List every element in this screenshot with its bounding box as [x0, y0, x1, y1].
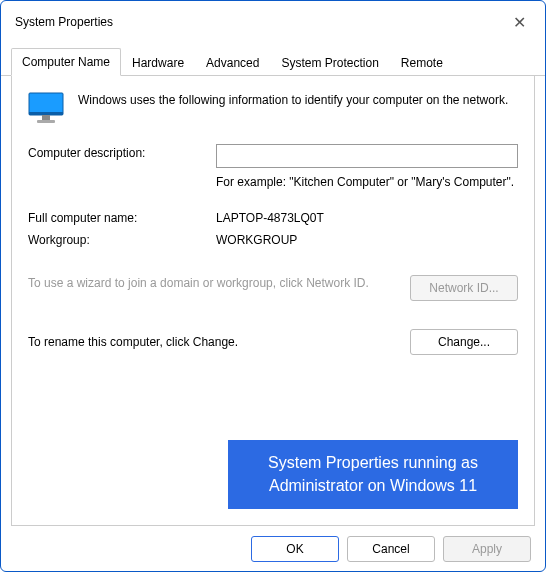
- tabpanel-computer-name: Windows uses the following information t…: [11, 76, 535, 526]
- ok-button[interactable]: OK: [251, 536, 339, 562]
- example-row: For example: "Kitchen Computer" or "Mary…: [28, 174, 518, 191]
- tab-system-protection[interactable]: System Protection: [270, 49, 389, 76]
- change-row: To rename this computer, click Change. C…: [28, 329, 518, 355]
- field-row-full-name: Full computer name: LAPTOP-4873LQ0T: [28, 209, 518, 225]
- network-id-button: Network ID...: [410, 275, 518, 301]
- intro-text: Windows uses the following information t…: [78, 92, 508, 109]
- svg-rect-3: [37, 120, 55, 123]
- monitor-icon: [28, 92, 64, 124]
- tab-remote[interactable]: Remote: [390, 49, 454, 76]
- tab-computer-name[interactable]: Computer Name: [11, 48, 121, 76]
- field-row-description: Computer description:: [28, 144, 518, 168]
- caption-overlay: System Properties running as Administrat…: [228, 440, 518, 509]
- intro-row: Windows uses the following information t…: [28, 92, 518, 124]
- svg-rect-0: [29, 93, 63, 115]
- window-title: System Properties: [15, 15, 113, 29]
- full-name-value: LAPTOP-4873LQ0T: [216, 209, 518, 225]
- example-text: For example: "Kitchen Computer" or "Mary…: [216, 174, 514, 191]
- tabstrip: Computer Name Hardware Advanced System P…: [1, 47, 545, 76]
- change-button[interactable]: Change...: [410, 329, 518, 355]
- cancel-button[interactable]: Cancel: [347, 536, 435, 562]
- titlebar: System Properties ✕: [1, 1, 545, 39]
- full-name-label: Full computer name:: [28, 209, 208, 225]
- wizard-row: To use a wizard to join a domain or work…: [28, 275, 518, 301]
- workgroup-label: Workgroup:: [28, 231, 208, 247]
- change-text: To rename this computer, click Change.: [28, 335, 390, 349]
- button-bar: OK Cancel Apply: [1, 526, 545, 562]
- description-input[interactable]: [216, 144, 518, 168]
- description-label: Computer description:: [28, 144, 208, 160]
- tab-advanced[interactable]: Advanced: [195, 49, 270, 76]
- close-icon[interactable]: ✕: [507, 13, 531, 32]
- apply-button: Apply: [443, 536, 531, 562]
- svg-rect-2: [42, 115, 50, 120]
- field-row-workgroup: Workgroup: WORKGROUP: [28, 231, 518, 247]
- wizard-text: To use a wizard to join a domain or work…: [28, 275, 390, 292]
- workgroup-value: WORKGROUP: [216, 231, 518, 247]
- tab-hardware[interactable]: Hardware: [121, 49, 195, 76]
- svg-rect-1: [29, 112, 63, 115]
